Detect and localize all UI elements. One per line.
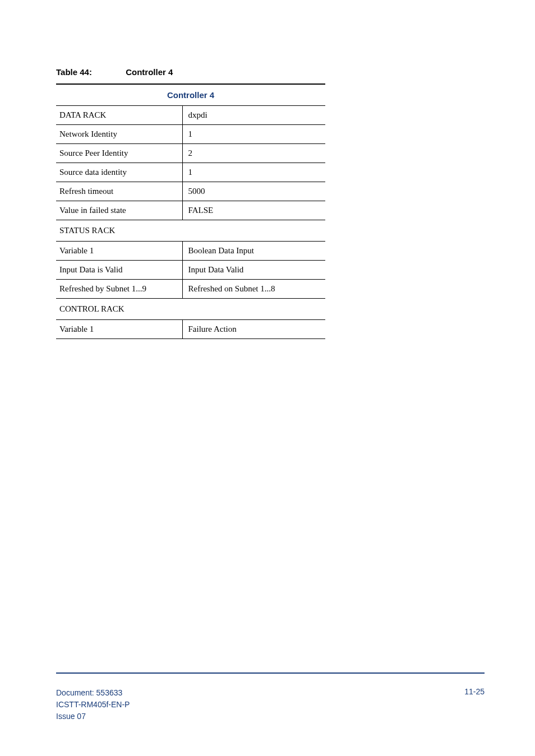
section-header: CONTROL RACK <box>56 299 325 320</box>
footer-issue: Issue 07 <box>56 711 130 722</box>
table-row: Refreshed by Subnet 1...9Refreshed on Su… <box>56 280 325 299</box>
footer-doc: Document: 553633 <box>56 687 130 699</box>
footer-rule <box>56 672 485 674</box>
table-row: DATA RACKdxpdi <box>56 106 325 125</box>
row-label: Input Data is Valid <box>56 261 182 280</box>
footer-code: ICSTT-RM405f-EN-P <box>56 699 130 711</box>
row-label: Refresh timeout <box>56 182 182 201</box>
table-row: Variable 1Failure Action <box>56 320 325 339</box>
row-label: Variable 1 <box>56 242 182 261</box>
section-label: CONTROL RACK <box>56 299 182 320</box>
row-label: Refreshed by Subnet 1...9 <box>56 280 182 299</box>
table-row: Refresh timeout5000 <box>56 182 325 201</box>
row-value: 1 <box>182 125 325 144</box>
table-row: Network Identity1 <box>56 125 325 144</box>
table-row: Source Peer Identity2 <box>56 144 325 163</box>
row-value: dxpdi <box>182 106 325 125</box>
controller-table: Controller 4 DATA RACKdxpdi Network Iden… <box>56 84 325 339</box>
section-header: STATUS RACK <box>56 220 325 242</box>
section-label: STATUS RACK <box>56 220 182 242</box>
table-caption: Table 44: Controller 4 <box>56 67 485 77</box>
row-label: Source data identity <box>56 163 182 182</box>
row-value: Refreshed on Subnet 1...8 <box>182 280 325 299</box>
page-number: 11-25 <box>464 687 485 722</box>
row-value: 1 <box>182 163 325 182</box>
table-row: Value in failed stateFALSE <box>56 201 325 220</box>
row-label: Value in failed state <box>56 201 182 220</box>
caption-title: Controller 4 <box>126 67 173 77</box>
row-value: FALSE <box>182 201 325 220</box>
row-label: Source Peer Identity <box>56 144 182 163</box>
row-value: Input Data Valid <box>182 261 325 280</box>
table-header: Controller 4 <box>56 84 325 106</box>
table-row: Source data identity1 <box>56 163 325 182</box>
row-value: 5000 <box>182 182 325 201</box>
row-value: Failure Action <box>182 320 325 339</box>
row-value: 2 <box>182 144 325 163</box>
row-label: DATA RACK <box>56 106 182 125</box>
row-value: Boolean Data Input <box>182 242 325 261</box>
row-label: Network Identity <box>56 125 182 144</box>
table-row: Variable 1Boolean Data Input <box>56 242 325 261</box>
footer-left: Document: 553633 ICSTT-RM405f-EN-P Issue… <box>56 687 130 722</box>
table-row: Input Data is ValidInput Data Valid <box>56 261 325 280</box>
page-footer: Document: 553633 ICSTT-RM405f-EN-P Issue… <box>56 672 485 722</box>
row-label: Variable 1 <box>56 320 182 339</box>
caption-number: Table 44: <box>56 67 123 77</box>
